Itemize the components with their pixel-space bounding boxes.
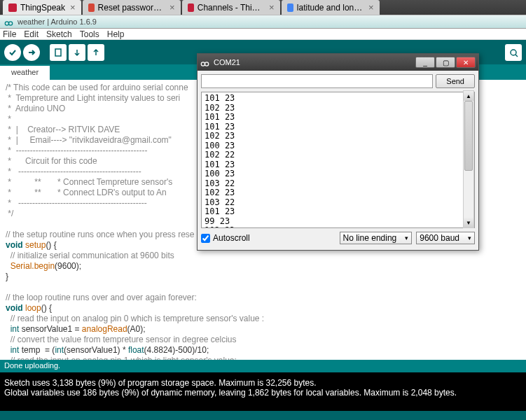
arduino-logo-icon — [200, 59, 209, 66]
favicon-icon — [287, 4, 293, 12]
new-button[interactable] — [50, 44, 67, 61]
serial-title: COM21 — [214, 58, 410, 66]
tab-label: Reset password instruct — [98, 3, 165, 13]
footer-bar — [0, 411, 526, 420]
arduino-logo-icon — [4, 19, 13, 25]
save-button[interactable] — [88, 44, 104, 61]
svg-point-0 — [5, 21, 8, 24]
browser-tab[interactable]: Reset password instruct × — [83, 0, 181, 15]
minimize-button[interactable]: _ — [415, 57, 435, 68]
browser-tab[interactable]: ThingSpeak × — [3, 0, 81, 15]
arduino-window-titlebar: weather | Arduino 1.6.9 — [0, 15, 526, 29]
maximize-button[interactable]: ▢ — [436, 57, 455, 68]
svg-point-3 — [511, 50, 516, 55]
scroll-down-icon[interactable]: ▼ — [464, 218, 473, 227]
svg-point-4 — [201, 62, 205, 65]
favicon-icon — [8, 4, 17, 12]
tab-label: latitude and longitude o — [297, 3, 364, 13]
open-button[interactable] — [69, 44, 85, 61]
menu-edit[interactable]: Edit — [24, 29, 39, 39]
tab-label: ThingSpeak — [20, 3, 65, 13]
menu-help[interactable]: Help — [107, 29, 125, 39]
scrollbar[interactable]: ▲ ▼ — [463, 90, 474, 228]
status-bar: Done uploading. — [0, 360, 526, 372]
serial-input[interactable] — [201, 74, 433, 88]
send-button[interactable]: Send — [436, 74, 475, 88]
browser-tabbar: ThingSpeak × Reset password instruct × C… — [0, 0, 526, 15]
file-tab-weather[interactable]: weather — [0, 66, 50, 80]
serial-titlebar[interactable]: COM21 _ ▢ ✕ — [198, 54, 478, 71]
menu-bar: File Edit Sketch Tools Help — [0, 29, 526, 40]
serial-monitor-window: COM21 _ ▢ ✕ Send 101 23 102 23 101 23 10… — [197, 53, 479, 251]
serial-output[interactable]: 101 23 102 23 101 23 101 23 102 23 100 2… — [201, 92, 475, 228]
close-icon[interactable]: × — [169, 2, 175, 13]
menu-tools[interactable]: Tools — [80, 29, 99, 39]
close-button[interactable]: ✕ — [456, 57, 476, 68]
window-title: weather | Arduino 1.6.9 — [18, 18, 97, 26]
close-icon[interactable]: × — [269, 2, 275, 13]
svg-point-5 — [205, 62, 209, 65]
line-ending-select[interactable]: No line ending — [340, 232, 413, 244]
scroll-up-icon[interactable]: ▲ — [464, 91, 473, 101]
svg-point-1 — [9, 21, 13, 24]
scroll-thumb[interactable] — [464, 101, 473, 171]
console-line: Sketch uses 3,138 bytes (9%) of program … — [4, 378, 317, 388]
baud-select[interactable]: 9600 baud — [416, 232, 475, 244]
favicon-icon — [88, 4, 95, 12]
autoscroll-checkbox[interactable]: Autoscroll — [201, 233, 250, 243]
console-line: Global variables use 186 bytes (9%) of d… — [4, 388, 457, 398]
browser-tab[interactable]: latitude and longitude o × — [282, 0, 380, 15]
compile-console: Sketch uses 3,138 bytes (9%) of program … — [0, 372, 526, 411]
favicon-icon — [188, 4, 194, 12]
menu-sketch[interactable]: Sketch — [46, 29, 72, 39]
autoscroll-check-input[interactable] — [201, 234, 210, 243]
svg-rect-2 — [55, 49, 61, 56]
tab-label: Channels - ThingSpeak — [198, 3, 264, 13]
menu-file[interactable]: File — [3, 29, 16, 39]
close-icon[interactable]: × — [70, 2, 76, 13]
upload-button[interactable] — [23, 44, 40, 61]
browser-tab[interactable]: Channels - ThingSpeak × — [182, 0, 280, 15]
close-icon[interactable]: × — [368, 2, 374, 13]
autoscroll-label: Autoscroll — [213, 233, 250, 243]
serial-monitor-button[interactable] — [505, 44, 522, 61]
verify-button[interactable] — [4, 44, 21, 61]
